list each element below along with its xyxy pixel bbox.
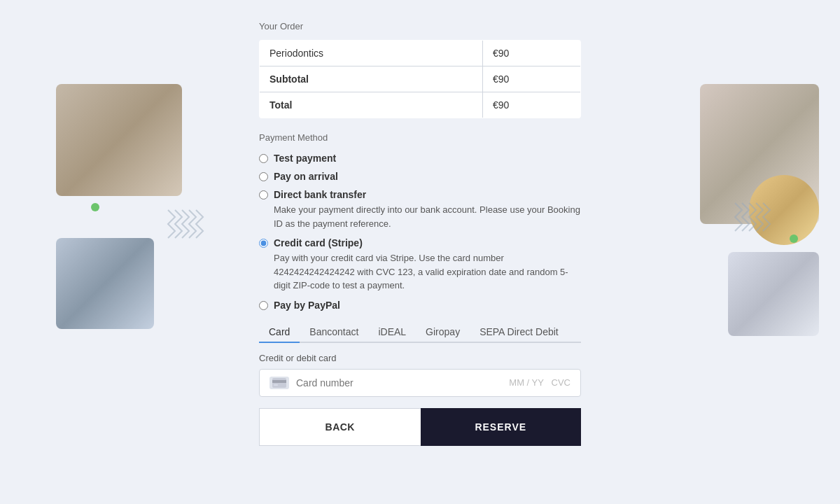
order-section-label: Your Order [259, 21, 581, 31]
radio-paypal[interactable] [259, 301, 268, 310]
radio-bank[interactable] [259, 190, 268, 200]
svg-rect-1 [272, 380, 286, 383]
right-decoration [700, 0, 840, 504]
radio-test[interactable] [259, 154, 268, 163]
table-row: Total€90 [260, 92, 581, 118]
radio-stripe[interactable] [259, 239, 268, 248]
payment-section-label: Payment Method [259, 132, 581, 143]
reserve-button[interactable]: RESERVE [421, 408, 582, 446]
payment-option-stripe: Credit card (Stripe)Pay with your credit… [259, 237, 581, 293]
left-decoration [0, 0, 203, 504]
order-table: Periodontics€90Subtotal€90Total€90 [259, 40, 581, 118]
card-section-label: Credit or debit card [259, 353, 581, 363]
payment-option-bank: Direct bank transferMake your payment di… [259, 189, 581, 230]
table-row: Periodontics€90 [260, 41, 581, 66]
zigzag-right-decoration [732, 196, 774, 238]
card-number-input[interactable] [296, 377, 502, 388]
main-content: Your Order Periodontics€90Subtotal€90Tot… [259, 21, 581, 446]
payment-option-arrival: Pay on arrival [259, 171, 581, 182]
table-row: Subtotal€90 [260, 66, 581, 92]
card-expiry-cvc: MM / YY CVC [509, 377, 570, 388]
svg-rect-2 [274, 384, 278, 386]
right-image-3 [728, 252, 819, 336]
card-tab-sepa[interactable]: SEPA Direct Debit [470, 322, 568, 343]
radio-arrival[interactable] [259, 172, 268, 181]
zigzag-left-decoration [164, 203, 206, 245]
dot-left [91, 203, 99, 211]
payment-option-paypal: Pay by PayPal [259, 300, 581, 311]
button-row: BACK RESERVE [259, 408, 581, 446]
back-button[interactable]: BACK [259, 408, 421, 446]
left-image-1 [56, 84, 182, 196]
dot-right [790, 234, 798, 243]
card-tab-ideal[interactable]: iDEAL [368, 322, 416, 343]
credit-card-icon [272, 378, 286, 388]
payment-options: Test paymentPay on arrivalDirect bank tr… [259, 153, 581, 311]
card-input-row: MM / YY CVC [259, 369, 581, 397]
card-tab-bancontact[interactable]: Bancontact [300, 322, 368, 343]
card-tab-card[interactable]: Card [259, 322, 300, 343]
left-image-2 [56, 238, 154, 329]
card-tabs: CardBancontactiDEALGiropaySEPA Direct De… [259, 322, 581, 343]
payment-option-test: Test payment [259, 153, 581, 164]
card-tab-giropay[interactable]: Giropay [416, 322, 470, 343]
card-icon [270, 377, 289, 389]
